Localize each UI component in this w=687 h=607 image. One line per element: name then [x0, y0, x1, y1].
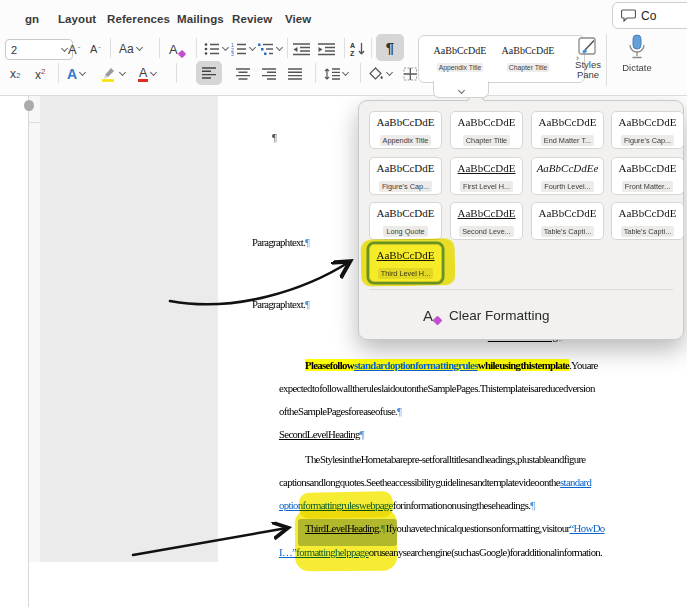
collapsed-comment-icon[interactable] [24, 100, 34, 111]
clear-formatting-label: Clear Formatting [449, 308, 550, 323]
bullets-button[interactable] [204, 38, 228, 60]
link-standard-webpage-part1[interactable]: standard [560, 476, 591, 488]
pilcrow-mark: ¶ [397, 405, 402, 417]
clear-formatting-button[interactable]: A [169, 38, 178, 60]
body-line[interactable]: captions and long quotes. See the access… [279, 476, 591, 488]
align-center-button[interactable] [236, 63, 250, 85]
borders-grid-icon [403, 67, 418, 81]
divider [371, 38, 372, 58]
divider [110, 38, 111, 58]
style-cell-fourth-level-heading[interactable]: AaBbCcDdEeFourth Level... [531, 157, 604, 195]
style-cell-appendix-title[interactable]: AaBbCcDdEAppendix Title [369, 111, 442, 149]
align-left-button[interactable] [196, 61, 222, 85]
svg-text:3: 3 [231, 51, 234, 56]
shading-button[interactable] [368, 63, 392, 85]
grow-font-button[interactable]: Aˆ [68, 38, 80, 60]
second-level-heading[interactable]: Second Level Heading¶ [279, 428, 365, 440]
chevron-down-icon [61, 44, 68, 51]
superscript-button[interactable]: x2 [35, 63, 45, 85]
divider [28, 122, 40, 123]
justify-button[interactable] [288, 63, 302, 85]
sort-button[interactable]: AZ [350, 38, 367, 60]
tab-mailings[interactable]: Mailings [177, 13, 224, 25]
speech-bubble-icon [621, 9, 636, 22]
gallery-style-chapter-title[interactable]: AaBbCcDdE Chapter Title [498, 45, 558, 74]
style-cell-figures-caption-1[interactable]: AaBbCcDdEFigure's Cap... [611, 111, 684, 149]
gallery-expand-button[interactable] [433, 81, 489, 98]
font-size-input[interactable]: 2 [5, 39, 73, 60]
style-preview: AaBbCcDdE [430, 45, 490, 56]
line-spacing-button[interactable] [324, 63, 348, 85]
shrink-font-button[interactable]: Aˇ [90, 38, 101, 60]
paragraph-text-line-1[interactable]: Paragraph text.¶ [252, 236, 310, 248]
styles-pane-button[interactable]: StylesPane [573, 36, 603, 80]
pilcrow-mark: ¶ [360, 428, 365, 440]
style-cell-tables-caption-1[interactable]: AaBbCcDdETable's Capti... [531, 202, 604, 240]
svg-text:A: A [350, 42, 355, 49]
indent-button[interactable] [318, 38, 335, 60]
style-label: Chapter Title [507, 63, 550, 72]
tab-review[interactable]: Review [232, 13, 272, 25]
paragraph-text-line-2[interactable]: Paragraph text.¶ [252, 298, 310, 310]
justify-icon [288, 68, 302, 80]
numbering-button[interactable]: 123 [231, 38, 255, 60]
tab-view[interactable]: View [285, 13, 311, 25]
dictate-button[interactable]: Dictate [616, 34, 658, 73]
styles-dropdown-panel: AaBbCcDdEAppendix Title AaBbCcDdEChapter… [358, 100, 684, 340]
marker-annotation-doc [299, 491, 393, 519]
pilcrow-mark: ¶ [305, 298, 310, 310]
style-cell-first-level-heading[interactable]: AaBbCcDdEFirst Level H... [450, 157, 523, 195]
style-cell-front-matter[interactable]: AaBbCcDdEFront Matter... [611, 157, 684, 195]
divider [360, 63, 361, 83]
sort-az-icon: AZ [350, 41, 367, 57]
clear-formatting-icon: A [423, 307, 433, 324]
link-how-do-i-part1[interactable]: “How Do [570, 522, 605, 534]
link-standard-option-formatting-rules[interactable]: standard option formatting rules [354, 359, 478, 371]
style-cell-figures-caption-2[interactable]: AaBbCcDdEFigure's Cap... [369, 157, 442, 195]
body-line[interactable]: The Styles in the Home tab are pre-set f… [305, 453, 585, 465]
body-line[interactable]: Please follow standard option formatting… [305, 359, 598, 371]
divider [159, 38, 160, 58]
tab-references[interactable]: References [107, 13, 170, 25]
comments-button[interactable]: Co [612, 2, 687, 29]
change-case-button[interactable]: Aa [119, 38, 142, 60]
clear-formatting-menu-item[interactable]: A Clear Formatting [359, 293, 683, 337]
outdent-button[interactable] [293, 38, 310, 60]
divider [287, 38, 288, 58]
word-window: gn Layout References Mailings Review Vie… [0, 0, 687, 607]
highlight-button[interactable] [101, 63, 125, 85]
numbered-list-icon: 123 [231, 42, 247, 56]
increase-indent-icon [318, 43, 335, 56]
font-color-icon: A [138, 67, 148, 82]
gallery-style-appendix-title[interactable]: AaBbCcDdE Appendix Title [430, 45, 490, 74]
style-cell-chapter-title[interactable]: AaBbCcDdEChapter Title [450, 111, 523, 149]
paint-bucket-icon [368, 67, 384, 81]
multilevel-list-button[interactable] [258, 38, 282, 60]
divider [176, 63, 177, 83]
highlighter-icon [101, 66, 117, 82]
bullet-list-icon [204, 42, 220, 56]
dictate-label: Dictate [616, 62, 658, 73]
comments-label: Co [641, 9, 656, 23]
style-cell-second-level-heading[interactable]: AaBbCcDdESecond Leve... [450, 202, 523, 240]
tab-design-partial[interactable]: gn [25, 13, 39, 25]
style-cell-end-matter[interactable]: AaBbCcDdEEnd Matter T... [531, 111, 604, 149]
left-margin-strip [0, 95, 29, 607]
body-line[interactable]: of the Sample Pages for ease of use.¶ [279, 405, 402, 417]
divider [196, 38, 197, 58]
style-cell-tables-caption-2[interactable]: AaBbCcDdETable's Capti... [611, 202, 684, 240]
multilevel-list-icon [258, 42, 274, 56]
text-effects-button[interactable]: A [67, 63, 85, 85]
align-right-button[interactable] [262, 63, 276, 85]
subscript-button[interactable]: x2 [10, 63, 20, 85]
line-spacing-icon [324, 67, 340, 81]
font-color-button[interactable]: A [138, 63, 156, 85]
tab-layout[interactable]: Layout [58, 13, 96, 25]
ribbon: gn Layout References Mailings Review Vie… [0, 0, 687, 96]
style-cell-long-quote[interactable]: AaBbCcDdELong Quote [369, 202, 442, 240]
align-center-icon [236, 68, 250, 80]
pilcrow-mark: ¶ [305, 236, 310, 248]
pilcrow-icon: ¶ [386, 39, 394, 56]
body-line[interactable]: expected to follow all the rules laid ou… [279, 382, 595, 394]
show-formatting-button[interactable]: ¶ [376, 34, 404, 61]
